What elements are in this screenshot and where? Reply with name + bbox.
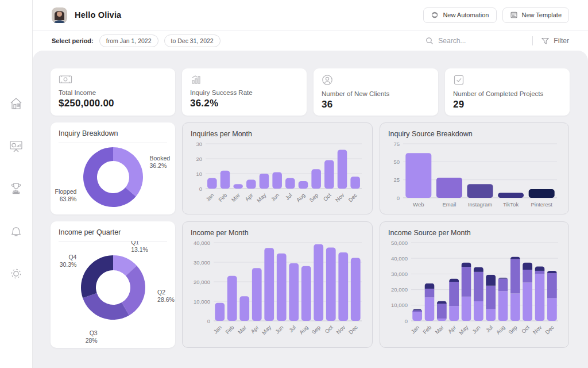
svg-text:0: 0 bbox=[405, 318, 408, 324]
gear-icon bbox=[9, 266, 24, 281]
sidebar-item-settings[interactable] bbox=[7, 265, 25, 282]
card-income-source-per-month: Income Source per Month 010,00020,00030,… bbox=[380, 221, 569, 348]
svg-text:28%: 28% bbox=[86, 337, 98, 344]
new-client-icon bbox=[322, 74, 333, 86]
svg-text:0: 0 bbox=[199, 186, 202, 192]
svg-text:Jul: Jul bbox=[284, 192, 293, 201]
svg-text:Sep: Sep bbox=[310, 324, 322, 336]
svg-text:May: May bbox=[256, 191, 268, 204]
svg-text:Dec: Dec bbox=[347, 191, 358, 203]
template-icon bbox=[510, 11, 518, 19]
svg-text:Sep: Sep bbox=[308, 192, 319, 204]
svg-text:Dec: Dec bbox=[544, 324, 555, 335]
chart-title: Inquiry Source Breakdown bbox=[388, 130, 560, 138]
svg-text:63.8%: 63.8% bbox=[60, 195, 77, 202]
svg-text:Q3: Q3 bbox=[90, 329, 98, 336]
svg-text:50,000: 50,000 bbox=[391, 240, 408, 246]
svg-text:Feb: Feb bbox=[224, 324, 235, 335]
kpi-label: Number of New Clients bbox=[322, 90, 430, 97]
charts-row-1: Inquiry Breakdown Booked36.2%Flopped63.8… bbox=[51, 122, 569, 214]
kpi-new-clients: Number of New Clients 36 bbox=[314, 68, 438, 116]
kpi-row: Total Income $250,000.00 Inquiry Success… bbox=[51, 68, 570, 116]
sidebar bbox=[0, 0, 33, 368]
toolbar-divider bbox=[532, 36, 533, 45]
income-source-per-month-stacked-bar-chart: 010,00020,00030,00040,00050,000JanFebMar… bbox=[388, 238, 562, 342]
svg-text:Nov: Nov bbox=[532, 324, 543, 335]
filter-label: Filter bbox=[554, 37, 569, 45]
svg-text:Nov: Nov bbox=[335, 324, 346, 335]
period-to-chip[interactable]: to Dec 31, 2022 bbox=[164, 34, 220, 47]
svg-text:Nov: Nov bbox=[334, 191, 346, 203]
income-per-month-bar-chart: 010,00020,00030,00040,000JanFebMarAprMay… bbox=[191, 238, 365, 342]
card-inquiry-breakdown: Inquiry Breakdown Booked36.2%Flopped63.8… bbox=[51, 122, 175, 214]
svg-text:Booked: Booked bbox=[150, 155, 171, 162]
inquiry-source-breakdown-bar-chart: 0255075WebEmailInstagramTikTokPinterest bbox=[388, 139, 562, 208]
avatar-image bbox=[52, 7, 67, 23]
trophy-icon bbox=[9, 181, 24, 196]
sidebar-item-notifications[interactable] bbox=[7, 223, 25, 240]
presentation-chart-icon bbox=[9, 139, 24, 154]
search-icon bbox=[425, 37, 434, 45]
svg-text:Jun: Jun bbox=[274, 324, 285, 335]
svg-text:Jul: Jul bbox=[485, 324, 494, 334]
svg-text:May: May bbox=[261, 324, 273, 336]
svg-text:20,000: 20,000 bbox=[194, 279, 210, 285]
bell-icon bbox=[9, 224, 24, 239]
kpi-total-income: Total Income $250,000.00 bbox=[51, 68, 175, 116]
svg-text:Web: Web bbox=[413, 201, 424, 208]
svg-text:Q1: Q1 bbox=[131, 241, 139, 246]
svg-text:30.3%: 30.3% bbox=[60, 261, 77, 268]
svg-text:Feb: Feb bbox=[217, 192, 228, 203]
svg-text:40,000: 40,000 bbox=[194, 240, 210, 246]
kpi-label: Total Income bbox=[59, 89, 167, 96]
period-toolbar: Select period: from Jan 1, 2022 to Dec 3… bbox=[33, 31, 588, 51]
avatar[interactable] bbox=[52, 7, 67, 23]
svg-text:10,000: 10,000 bbox=[194, 298, 210, 305]
svg-text:Jan: Jan bbox=[212, 324, 223, 335]
svg-text:28.6%: 28.6% bbox=[157, 296, 175, 303]
svg-text:Flopped: Flopped bbox=[55, 188, 77, 195]
svg-text:Oct: Oct bbox=[323, 324, 334, 334]
income-per-quarter-donut-chart: Q113.1%Q228.6%Q328%Q430.3% bbox=[51, 241, 175, 346]
svg-text:Aug: Aug bbox=[298, 324, 310, 336]
new-automation-button[interactable]: New Automation bbox=[423, 7, 496, 23]
svg-text:50: 50 bbox=[393, 159, 400, 165]
chart-title: Inquiries per Month bbox=[191, 130, 364, 138]
inquiries-per-month-bar-chart: 0102030JanFebMarAprMayJunJulAugSepOctNov… bbox=[191, 139, 365, 208]
automation-icon bbox=[431, 11, 439, 19]
checkbox-icon bbox=[453, 74, 465, 86]
svg-text:Apr: Apr bbox=[447, 324, 457, 335]
svg-text:Oct: Oct bbox=[520, 324, 531, 334]
charts-row-2: Income per Quarter Q113.1%Q228.6%Q328%Q4… bbox=[51, 221, 569, 348]
card-inquiries-per-month: Inquiries per Month 0102030JanFebMarAprM… bbox=[182, 122, 373, 214]
svg-text:Jun: Jun bbox=[269, 192, 280, 203]
sidebar-item-analytics[interactable] bbox=[7, 137, 25, 155]
card-inquiry-source-breakdown: Inquiry Source Breakdown 0255075WebEmail… bbox=[380, 122, 569, 214]
toolbar-right: Filter bbox=[425, 36, 569, 45]
header: Hello Olivia New Automation New Template bbox=[33, 0, 588, 30]
new-template-button[interactable]: New Template bbox=[502, 7, 570, 23]
sidebar-item-achievements[interactable] bbox=[7, 180, 25, 197]
svg-text:0: 0 bbox=[397, 195, 400, 201]
period-from-chip[interactable]: from Jan 1, 2022 bbox=[99, 34, 158, 47]
svg-text:Apr: Apr bbox=[244, 192, 254, 202]
new-template-label: New Template bbox=[522, 12, 562, 18]
svg-text:10,000: 10,000 bbox=[391, 302, 408, 308]
svg-text:Aug: Aug bbox=[495, 324, 506, 336]
search-input[interactable] bbox=[438, 37, 524, 45]
card-income-per-quarter: Income per Quarter Q113.1%Q228.6%Q328%Q4… bbox=[51, 221, 175, 348]
svg-text:25: 25 bbox=[393, 177, 400, 183]
svg-text:30,000: 30,000 bbox=[391, 271, 408, 277]
bar-growth-icon bbox=[190, 74, 204, 85]
kpi-value: 29 bbox=[453, 99, 562, 110]
sidebar-item-home[interactable] bbox=[7, 95, 25, 112]
svg-text:Mar: Mar bbox=[237, 324, 247, 335]
svg-text:Mar: Mar bbox=[434, 324, 444, 335]
svg-text:Instagram: Instagram bbox=[468, 201, 492, 208]
svg-text:75: 75 bbox=[393, 141, 400, 147]
inquiry-breakdown-donut-chart: Booked36.2%Flopped63.8% bbox=[51, 140, 175, 212]
kpi-completed-projects: Number of Completed Projects 29 bbox=[445, 68, 570, 116]
filter-button[interactable]: Filter bbox=[541, 37, 569, 45]
svg-text:40,000: 40,000 bbox=[391, 255, 408, 262]
svg-text:30,000: 30,000 bbox=[194, 259, 210, 266]
